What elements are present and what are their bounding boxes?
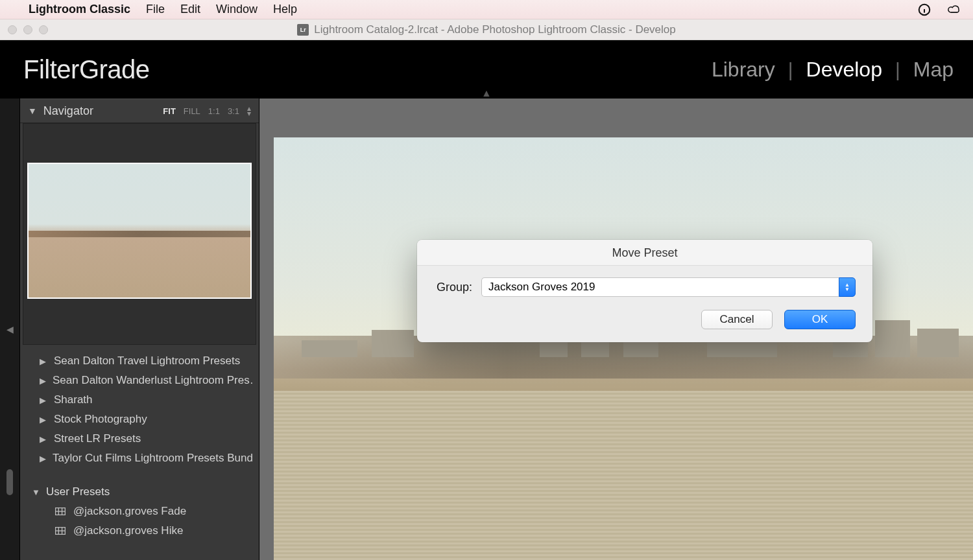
chevron-left-icon: ◀ — [6, 324, 14, 334]
module-map[interactable]: Map — [913, 58, 954, 82]
module-separator: | — [788, 59, 793, 81]
group-combobox[interactable]: ▲▼ — [481, 277, 856, 297]
disclosure-triangle-right-icon: ▶ — [40, 376, 46, 386]
zoom-one-to-one[interactable]: 1:1 — [208, 106, 220, 116]
preset-group-label: Street LR Presets — [54, 432, 141, 445]
zoom-fit[interactable]: FIT — [163, 106, 176, 116]
navigator-panel-body — [23, 123, 256, 345]
preset-icon — [55, 508, 66, 515]
app-body: FilterGrade Library | Develop | Map ▲ ◀ … — [0, 40, 973, 560]
navigator-thumbnail[interactable] — [27, 163, 252, 299]
preset-group-label: User Presets — [46, 485, 110, 498]
menu-file[interactable]: File — [146, 3, 165, 16]
top-panel-collapse-icon[interactable]: ▲ — [481, 88, 492, 99]
preset-group-label: Stock Photography — [54, 413, 147, 426]
disclosure-triangle-right-icon: ▶ — [40, 415, 47, 425]
disclosure-triangle-right-icon: ▶ — [40, 454, 46, 463]
preset-group-label: Sean Dalton Wanderlust Lightroom Pres… — [53, 374, 254, 387]
left-panel: ▼ Navigator FIT FILL 1:1 3:1 ▴▾ ▶Sean Da… — [19, 99, 259, 560]
navigator-panel-header[interactable]: ▼ Navigator FIT FILL 1:1 3:1 ▴▾ — [20, 99, 259, 123]
zoom-fill[interactable]: FILL — [184, 106, 200, 116]
preset-group[interactable]: ▶Taylor Cut Films Lightroom Presets Bund… — [25, 449, 254, 468]
move-preset-dialog: Move Preset Group: ▲▼ Cancel OK — [417, 240, 872, 342]
scrollbar-thumb[interactable] — [6, 469, 13, 495]
document-icon: Lr — [297, 24, 309, 36]
preset-icon — [55, 527, 66, 535]
module-develop[interactable]: Develop — [806, 58, 882, 82]
photo-preview[interactable] — [274, 137, 973, 560]
disclosure-triangle-right-icon: ▶ — [40, 434, 47, 444]
menu-window[interactable]: Window — [216, 3, 258, 16]
preset-label: @jackson.groves Fade — [73, 505, 186, 518]
navigator-title: Navigator — [43, 104, 156, 118]
group-label: Group: — [437, 281, 472, 294]
close-window-button[interactable] — [8, 25, 17, 34]
preset-group[interactable]: ▶Street LR Presets — [25, 429, 254, 449]
disclosure-triangle-down-icon: ▼ — [28, 106, 37, 116]
window-title: Lightroom Catalog-2.lrcat - Adobe Photos… — [314, 23, 676, 36]
preset-group[interactable]: ▶Sharath — [25, 390, 254, 410]
preset-group-label: Sharath — [54, 393, 93, 406]
zoom-ratio[interactable]: 3:1 — [228, 106, 239, 116]
navigator-zoom-options: FIT FILL 1:1 3:1 ▴▾ — [163, 106, 251, 116]
disclosure-triangle-down-icon: ▼ — [32, 487, 40, 497]
minimize-window-button[interactable] — [23, 25, 32, 34]
group-input[interactable] — [481, 277, 839, 297]
preset-item[interactable]: @jackson.groves Fade — [25, 502, 254, 521]
zoom-ratio-stepper[interactable]: ▴▾ — [247, 106, 251, 116]
macos-menubar: Lightroom Classic File Edit Window Help — [0, 0, 973, 19]
window-titlebar: Lr Lightroom Catalog-2.lrcat - Adobe Pho… — [0, 19, 973, 40]
combobox-stepper-icon[interactable]: ▲▼ — [839, 277, 856, 297]
disclosure-triangle-right-icon: ▶ — [40, 356, 47, 366]
preset-group-user[interactable]: ▼User Presets — [25, 482, 254, 502]
info-icon[interactable] — [917, 3, 931, 17]
menu-help[interactable]: Help — [273, 3, 297, 16]
preset-group[interactable]: ▶Sean Dalton Wanderlust Lightroom Pres… — [25, 371, 254, 390]
preset-group-label: Taylor Cut Films Lightroom Presets Bundl… — [53, 452, 254, 465]
ok-button[interactable]: OK — [784, 310, 856, 329]
cancel-button[interactable]: Cancel — [701, 310, 773, 329]
preset-group-label: Sean Dalton Travel Lightroom Presets — [54, 355, 240, 368]
app-menu[interactable]: Lightroom Classic — [29, 3, 130, 16]
left-panel-collapse-rail[interactable]: ◀ — [0, 99, 19, 560]
dialog-title: Move Preset — [417, 240, 872, 266]
module-library[interactable]: Library — [712, 58, 775, 82]
module-picker: Library | Develop | Map — [712, 58, 954, 82]
presets-panel: ▶Sean Dalton Travel Lightroom Presets ▶S… — [20, 345, 259, 546]
preset-group[interactable]: ▶Stock Photography — [25, 410, 254, 429]
identity-plate[interactable]: FilterGrade — [23, 55, 150, 84]
disclosure-triangle-right-icon: ▶ — [40, 395, 47, 405]
preset-item[interactable]: @jackson.groves Hike — [25, 521, 254, 541]
menu-edit[interactable]: Edit — [180, 3, 200, 16]
creative-cloud-icon[interactable] — [947, 3, 961, 17]
module-separator: | — [895, 59, 900, 81]
preset-group[interactable]: ▶Sean Dalton Travel Lightroom Presets — [25, 351, 254, 371]
window-traffic-lights[interactable] — [8, 25, 48, 34]
zoom-window-button[interactable] — [39, 25, 48, 34]
preset-label: @jackson.groves Hike — [73, 524, 183, 537]
